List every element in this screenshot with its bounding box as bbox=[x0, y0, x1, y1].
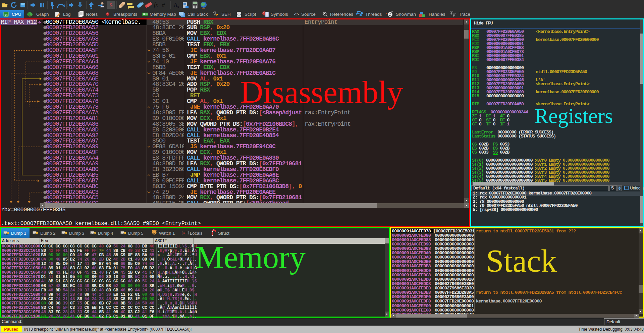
svg-text:<>: <> bbox=[294, 12, 299, 17]
svg-text:x: x bbox=[182, 231, 185, 235]
svg-text:=]: =] bbox=[185, 231, 190, 235]
svg-text:<>: <> bbox=[237, 13, 241, 17]
